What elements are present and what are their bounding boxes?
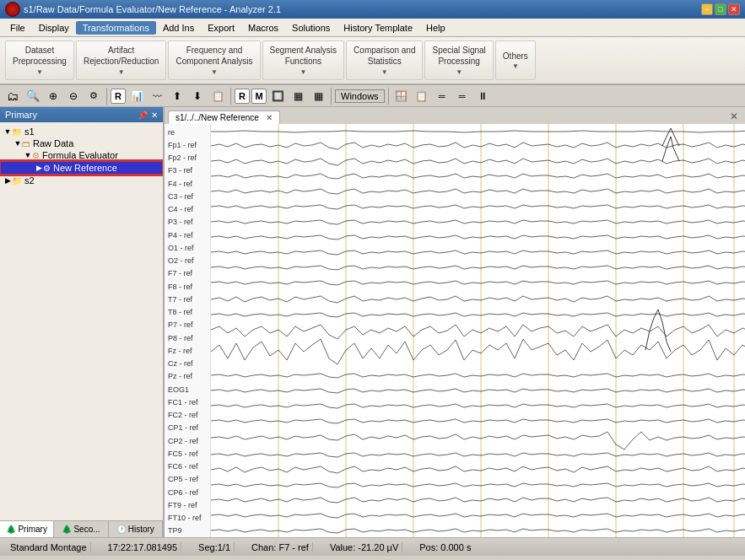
ribbon-comparison-statistics[interactable]: Comparison and Statistics ▼ [346,40,423,80]
dropdown-arrow: ▼ [381,68,388,76]
toolbar-icon-18[interactable]: 🪟 [392,87,411,105]
dataset-icon-s1: 📁 [12,127,22,137]
tab-close-button[interactable]: ✕ [266,113,273,122]
menu-help[interactable]: Help [419,21,452,35]
channel-label-fp1: Fp1 - ref [165,138,210,151]
menu-export[interactable]: Export [201,21,241,35]
title-text: s1/Raw Data/Formula Evaluator/New Refere… [24,4,281,14]
tree-item-formula[interactable]: ▼ ⚙ Formula Evaluator [0,149,163,161]
close-button[interactable]: ✕ [728,3,740,15]
tree-item-s1[interactable]: ▼ 📁 s1 [0,126,163,137]
menu-display[interactable]: Display [32,21,76,35]
main-area: Primary 📌 ✕ ▼ 📁 s1 ▼ 🗃 Raw Data ▼ ⚙ [0,107,745,537]
content-close-button[interactable]: ✕ [726,109,742,124]
channel-label-cp5: CP5 - ref [165,473,210,486]
menu-file[interactable]: File [3,21,32,35]
eeg-display-area: re Fp1 - ref Fp2 - ref F3 - ref F4 - ref… [165,124,745,537]
status-value: Value: -21.20 µV [327,542,402,552]
maximize-button[interactable]: □ [715,3,726,15]
channel-label-fc2: FC2 - ref [165,409,210,422]
expand-icon-rawdata: ▼ [13,139,22,148]
channel-label-c4: C4 - ref [165,203,210,216]
tab-label-primary: Primary [18,525,46,534]
ribbon-dataset-preprocessing[interactable]: Dataset Preprocessing ▼ [5,40,74,80]
ribbon-segment-analysis[interactable]: Segment Analysis Functions ▼ [262,40,345,80]
menu-addins[interactable]: Add Ins [156,21,201,35]
channel-label-fc5: FC5 - ref [165,447,210,460]
toolbar-icon-19[interactable]: 📋 [413,87,431,105]
toolbar-icon-20[interactable]: ═ [433,87,451,105]
channel-label-p8: P8 - ref [165,331,210,344]
toolbar-m-icon[interactable]: M [251,89,267,104]
toolbar-wave-icon[interactable]: 〰 [148,87,166,105]
expand-icon-newref: ▶ [35,164,43,172]
tab-icon-history: 🕐 [116,525,127,534]
toolbar-zoom-in[interactable]: ⊕ [44,87,62,105]
channel-label-f3: F3 - ref [165,164,210,177]
channel-label-p3: P3 - ref [165,216,210,229]
sidebar-bottom-tabs: 🌲 Primary 🌲 Seco... 🕐 History [0,520,163,537]
tree-item-rawdata[interactable]: ▼ 🗃 Raw Data [0,137,163,149]
channel-label-f7: F7 - ref [165,267,210,280]
content-area: s1/../../New Reference ✕ ✕ re Fp1 - ref … [165,107,745,537]
dropdown-arrow: ▼ [36,68,43,76]
toolbar-r-icon[interactable]: R [111,89,126,104]
sidebar-tab-primary[interactable]: 🌲 Primary [0,521,54,537]
toolbar-icon-14[interactable]: 🔲 [268,87,287,105]
tab-newreference[interactable]: s1/../../New Reference ✕ [168,110,280,124]
toolbar-icon-15[interactable]: ▦ [289,87,307,105]
ribbon-artifact-rejection[interactable]: Artifact Rejection/Reduction ▼ [76,40,167,80]
tree-label-rawdata: Raw Data [33,138,73,148]
status-time: 17:22:17.081495 [105,542,182,552]
channel-label-pz: Pz - ref [165,370,210,383]
sidebar-tab-secondary[interactable]: 🌲 Seco... [54,521,108,537]
channel-label-tp9: TP9 [165,525,210,537]
channel-label-cp1: CP1 - ref [165,422,210,434]
ribbon: Dataset Preprocessing ▼ Artifact Rejecti… [0,37,745,85]
toolbar-icon-21[interactable]: ═ [453,87,472,105]
ribbon-frequency-component[interactable]: Frequency and Component Analysis ▼ [168,40,260,80]
menu-history-template[interactable]: History Template [337,21,419,35]
toolbar-icon-11[interactable]: 📋 [208,87,227,105]
status-pos: Pos: 0.000 s [416,542,474,552]
toolbar-separator-4 [388,88,389,105]
dropdown-arrow: ▼ [300,68,306,76]
channel-label-eog1: EOG1 [165,383,210,396]
sidebar-pin-icon[interactable]: 📌 [138,110,148,120]
tree-area: ▼ 📁 s1 ▼ 🗃 Raw Data ▼ ⚙ Formula Evaluato… [0,122,163,520]
menu-macros[interactable]: Macros [241,21,285,35]
toolbar-icon-9[interactable]: ⬆ [168,87,186,105]
menu-transformations[interactable]: Transformations [76,21,156,35]
toolbar-icon-10[interactable]: ⬇ [188,87,207,105]
sidebar-tab-history[interactable]: 🕐 History [109,521,163,537]
toolbar-r2-icon[interactable]: R [235,89,250,104]
minimize-button[interactable]: − [701,3,713,15]
eeg-signal-display[interactable] [211,124,745,537]
app-icon [5,2,20,17]
sidebar-pin-controls: 📌 ✕ [138,110,158,120]
ribbon-others[interactable]: Others ▼ [495,40,536,80]
tree-item-s2[interactable]: ▶ 📁 s2 [0,175,163,186]
toolbar-icon-7[interactable]: 📊 [127,87,146,105]
sidebar-header: Primary 📌 ✕ [0,107,163,122]
tree-label-newref: New Reference [53,163,117,173]
toolbar-icon-1[interactable]: 🗂 [3,87,22,105]
toolbar-icon-2[interactable]: 🔍 [24,87,42,105]
tree-item-newreference[interactable]: ▶ ⚙ New Reference [0,161,163,175]
toolbar-icon-5[interactable]: ⚙ [84,87,103,105]
channel-label-o2: O2 - ref [165,255,210,267]
toolbar-icon-22[interactable]: ⏸ [473,87,492,105]
eeg-svg [211,124,745,537]
ribbon-special-signal[interactable]: Special Signal Processing ▼ [424,40,493,80]
tree-label-s1: s1 [24,127,35,137]
toolbar-zoom-out[interactable]: ⊖ [64,87,83,105]
channel-label-fz: Fz - ref [165,344,210,357]
channel-label-re: re [165,126,210,138]
channel-label-fc1: FC1 - ref [165,396,210,408]
menu-solutions[interactable]: Solutions [285,21,337,35]
sidebar-close-icon[interactable]: ✕ [151,110,158,120]
sidebar-title: Primary [5,110,37,120]
windows-button[interactable]: Windows [335,89,385,103]
toolbar-icon-16[interactable]: ▦ [309,87,327,105]
tree-label-formula: Formula Evaluator [42,150,118,160]
